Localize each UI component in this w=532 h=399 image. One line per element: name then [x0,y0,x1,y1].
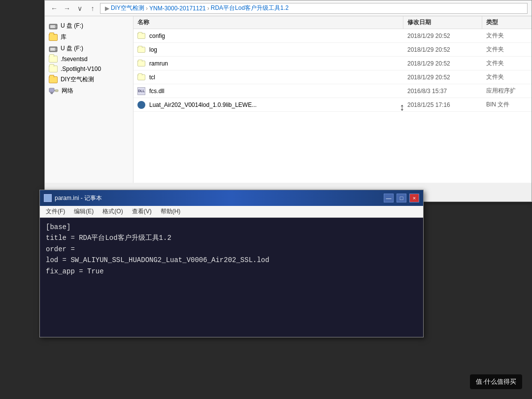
sidebar-item-library[interactable]: 库 [45,32,133,43]
file-date: 2018/1/29 20:52 [403,71,482,83]
file-type: 应用程序扩 [482,84,532,98]
folder-icon [49,66,58,72]
menu-edit[interactable]: 编辑(E) [70,206,98,217]
sidebar-label: .Spotlight-V100 [61,66,101,72]
menu-format[interactable]: 格式(O) [99,206,127,217]
file-name: ramrun [149,60,168,67]
sidebar-label: .fseventsd [61,56,88,63]
file-name: log [149,46,157,53]
column-date[interactable]: 修改日期 [403,16,482,29]
sidebar-label: U 盘 (F:) [61,22,83,30]
notepad-content[interactable]: [base] title = RDA平台Lod客户升级工具1.2 order =… [40,218,423,337]
table-row[interactable]: Luat_Air202_V0014lod_1.0.9lib_LEWE... 20… [133,98,532,112]
network-icon [49,87,59,95]
svg-rect-9 [55,90,58,92]
menu-help[interactable]: 帮助(H) [157,206,185,217]
sidebar-item-drive-f[interactable]: U 盘 (F:) [45,20,133,32]
svg-rect-4 [50,48,55,51]
folder-icon [137,61,145,66]
folder-icon [49,34,58,41]
up-button[interactable]: ↑ [87,3,98,14]
path-part-2[interactable]: YNM-3000-20171121 [149,5,206,12]
file-list: 名称 修改日期 类型 config 2018/1/29 20:52 文件夹 lo… [133,16,532,183]
file-type: 文件夹 [482,57,532,70]
column-name[interactable]: 名称 [133,16,403,29]
notepad-app-icon [44,194,52,202]
svg-rect-1 [50,25,55,28]
svg-point-5 [55,48,57,50]
sidebar-item-spotlight[interactable]: .Spotlight-V100 [45,64,133,74]
menu-view[interactable]: 查看(V) [128,206,156,217]
sidebar-item-network[interactable]: 网络 [45,85,133,97]
recent-button[interactable]: ∨ [74,3,85,14]
notepad-title: param.ini - 记事本 [55,194,381,202]
folder-icon [137,33,145,39]
drive-icon [49,22,58,30]
cursor-indicator: ↕ [399,101,404,113]
path-part-3[interactable]: RDA平台Lod客户升级工具1.2 [211,4,289,12]
close-button[interactable]: × [409,194,419,202]
file-name: fcs.dll [149,88,165,95]
file-type: 文件夹 [482,70,532,84]
file-date: 2016/8/3 15:37 [403,85,482,97]
file-type: BIN 文件 [482,98,532,111]
path-separator: ▶ [105,5,109,12]
file-name-cell: config [133,30,403,42]
svg-point-2 [55,26,57,28]
file-date: 2018/1/25 17:16 [403,99,482,111]
file-name-cell: ramrun [133,58,403,69]
folder-icon [49,56,58,63]
path-part-1[interactable]: DIY空气检测 [111,4,144,12]
bin-icon [137,101,145,109]
content-line-4: lod = SW_ALIYUN_SSL_HUADONG2_Luat_V0006_… [46,255,417,266]
file-type: 文件夹 [482,29,532,42]
dll-icon: DLL [137,87,145,95]
explorer-window: ← → ∨ ↑ ▶ DIY空气检测 › YNM-3000-20171121 › … [44,0,532,202]
sidebar: U 盘 (F:) 库 U 盘 (F:) .fseventsd [45,16,133,183]
file-name-cell: log [133,44,403,56]
file-list-header: 名称 修改日期 类型 [133,16,532,29]
maximize-button[interactable]: □ [397,194,406,202]
table-row[interactable]: log 2018/1/29 20:52 文件夹 [133,43,532,57]
notepad-menubar: 文件(F) 编辑(E) 格式(O) 查看(V) 帮助(H) [40,206,423,218]
address-path[interactable]: ▶ DIY空气检测 › YNM-3000-20171121 › RDA平台Lod… [100,3,528,14]
file-name: config [149,33,165,39]
folder-icon [137,47,145,53]
sidebar-item-drive-f2[interactable]: U 盘 (F:) [45,43,133,54]
menu-file[interactable]: 文件(F) [42,206,69,217]
explorer-main: U 盘 (F:) 库 U 盘 (F:) .fseventsd [45,16,532,183]
file-name-cell: Luat_Air202_V0014lod_1.0.9lib_LEWE... [133,99,403,111]
folder-icon [137,74,145,80]
sidebar-label: 网络 [62,87,73,95]
sidebar-label: 库 [61,33,66,41]
back-button[interactable]: ← [49,3,60,14]
table-row[interactable]: DLL fcs.dll 2016/8/3 15:37 应用程序扩 [133,84,532,98]
drive-icon [49,45,58,53]
content-line-5: fix_app = True [46,266,417,277]
column-type[interactable]: 类型 [482,16,532,29]
watermark-text: 值·什么值得买 [476,378,516,385]
forward-button[interactable]: → [62,3,72,14]
svg-rect-7 [50,92,53,93]
sidebar-label: U 盘 (F:) [61,44,83,53]
content-line-2: title = RDA平台Lod客户升级工具1.2 [46,233,417,243]
address-bar: ← → ∨ ↑ ▶ DIY空气检测 › YNM-3000-20171121 › … [45,0,532,16]
file-name: Luat_Air202_V0014lod_1.0.9lib_LEWE... [149,101,257,108]
file-date: 2018/1/29 20:52 [403,44,482,56]
table-row[interactable]: tcl 2018/1/29 20:52 文件夹 [133,70,532,84]
sidebar-label: DIY空气检测 [61,75,94,84]
svg-rect-6 [49,88,54,92]
file-type: 文件夹 [482,43,532,56]
file-date: 2018/1/29 20:52 [403,58,482,69]
sidebar-item-fseventsd[interactable]: .fseventsd [45,54,133,64]
svg-rect-8 [51,93,53,94]
minimize-button[interactable]: — [384,194,394,202]
watermark: 值·什么值得买 [470,374,522,389]
notepad-window: param.ini - 记事本 — □ × 文件(F) 编辑(E) 格式(O) … [39,190,424,337]
table-row[interactable]: config 2018/1/29 20:52 文件夹 [133,29,532,43]
file-name: tcl [149,74,155,81]
folder-icon [49,76,58,83]
sidebar-item-diy[interactable]: DIY空气检测 [45,74,133,85]
content-line-3: order = [46,244,417,255]
table-row[interactable]: ramrun 2018/1/29 20:52 文件夹 [133,57,532,70]
